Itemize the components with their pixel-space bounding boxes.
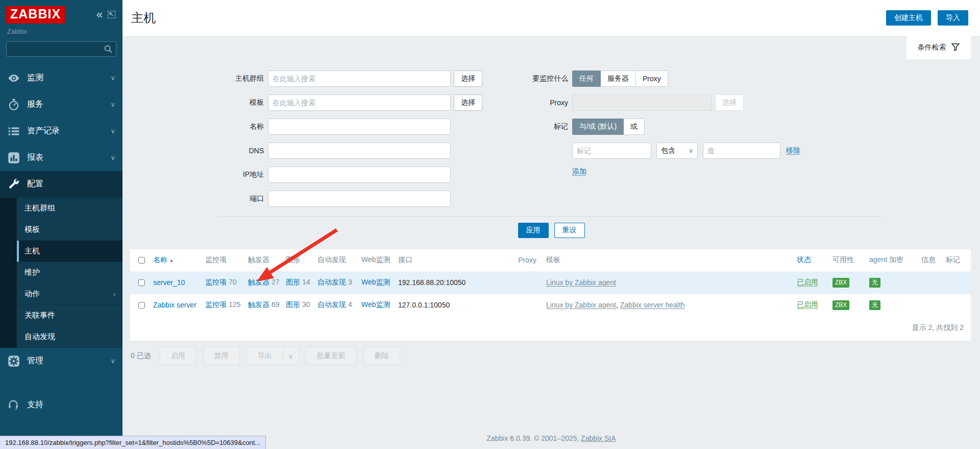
tag-add-link[interactable]: 添加: [572, 167, 586, 176]
tag-value-input[interactable]: [703, 143, 780, 159]
table-summary: 显示 2, 共找到 2: [130, 316, 971, 341]
discovery-count: 4: [348, 300, 352, 309]
select-all-checkbox[interactable]: [138, 257, 145, 264]
mass-update-button[interactable]: 批量更新: [306, 347, 357, 365]
monitored-by-segmented: 任何 服务器 Proxy: [572, 70, 668, 87]
sidebar-item-maintenance[interactable]: 维护: [17, 262, 122, 283]
graphs-link[interactable]: 图形: [286, 300, 300, 309]
sidebar-item-host-groups[interactable]: 主机群组: [17, 198, 122, 219]
tags-mode-or[interactable]: 或: [624, 119, 645, 135]
reset-button[interactable]: 重设: [554, 223, 585, 238]
zabbix-logo[interactable]: ZABBIX: [6, 6, 65, 23]
statusbar-url: 192.168.88.10/zabbix/triggers.php?filter…: [5, 439, 260, 446]
apply-button[interactable]: 应用: [518, 223, 549, 238]
col-graphs: 图形: [283, 249, 315, 271]
sort-asc-icon: ▲: [169, 257, 174, 263]
chevron-right-icon: ›: [113, 290, 115, 298]
triggers-link[interactable]: 触发器: [248, 278, 270, 286]
export-options-button[interactable]: ∨: [283, 347, 299, 365]
sidebar-item-monitoring[interactable]: 监测 ∨: [0, 65, 122, 91]
info-cell: [919, 271, 943, 294]
port-input[interactable]: [268, 191, 451, 207]
headphones-icon: [7, 398, 20, 412]
enable-button[interactable]: 启用: [160, 347, 197, 365]
sidebar-item-services[interactable]: 服务 ∨: [0, 91, 122, 118]
page-title: 主机: [131, 10, 886, 26]
triggers-link[interactable]: 触发器: [248, 300, 270, 309]
table-row-server-10: server_10 监控项70 触发器27 图形14 自动发现3 Web监测 1…: [130, 271, 971, 294]
version-text: Zabbix 6.0.39. © 2001–2025,: [486, 434, 581, 442]
host-name-link[interactable]: server_10: [153, 278, 185, 287]
delete-button[interactable]: 删除: [363, 347, 400, 365]
sidebar-item-support[interactable]: 支持: [0, 394, 122, 416]
template-link[interactable]: Linux by Zabbix agent: [546, 301, 616, 309]
monitored-by-any[interactable]: 任何: [572, 70, 601, 87]
status-toggle[interactable]: 已启用: [797, 278, 818, 286]
monitored-by-proxy[interactable]: Proxy: [636, 70, 668, 87]
dns-label: DNS: [223, 147, 264, 155]
col-tags: 标记: [943, 249, 971, 271]
tags-label: 标记: [525, 122, 568, 131]
search-icon[interactable]: [104, 44, 113, 55]
create-host-button[interactable]: 创建主机: [886, 10, 931, 26]
info-cell: [919, 294, 943, 316]
export-button[interactable]: 导出: [247, 347, 283, 365]
collapse-sidebar-icon[interactable]: «: [96, 11, 103, 18]
tag-remove-link[interactable]: 移除: [786, 146, 800, 155]
name-input[interactable]: [268, 119, 451, 135]
host-name-link[interactable]: Zabbix server: [153, 301, 197, 309]
sidebar-item-hosts[interactable]: 主机: [17, 241, 122, 262]
ip-input[interactable]: [268, 167, 451, 183]
items-link[interactable]: 监控项: [205, 300, 227, 309]
monitored-by-server[interactable]: 服务器: [601, 70, 636, 87]
discovery-link[interactable]: 自动发现: [317, 300, 346, 309]
list-icon: [7, 125, 20, 138]
main-content: 主机 创建主机 导入 条件检索 主机群组 选择 模板: [122, 0, 980, 449]
sidebar-item-templates[interactable]: 模板: [17, 219, 122, 241]
gear-icon: [7, 355, 20, 368]
triggers-count: 27: [272, 278, 280, 286]
sidebar-item-reports[interactable]: 报表 ∨: [0, 145, 122, 171]
sort-by-name[interactable]: 名称: [153, 255, 167, 264]
sort-by-status[interactable]: 状态: [797, 255, 811, 264]
host-groups-select-button[interactable]: 选择: [454, 70, 482, 87]
templates-select-button[interactable]: 选择: [454, 94, 482, 111]
funnel-icon: [951, 42, 960, 53]
tag-name-input[interactable]: [572, 143, 651, 159]
tags-mode-segmented: 与/或 (默认) 或: [572, 119, 645, 135]
import-button[interactable]: 导入: [938, 10, 968, 26]
filter-panel: 条件检索 主机群组 选择 模板 选择 名称: [122, 36, 980, 245]
hide-sidebar-icon[interactable]: [108, 11, 115, 18]
row-checkbox[interactable]: [138, 302, 145, 309]
graphs-count: 30: [302, 300, 310, 309]
disable-button[interactable]: 禁用: [203, 347, 240, 365]
graphs-link[interactable]: 图形: [286, 278, 300, 286]
link-preview-statusbar: 192.168.88.10/zabbix/triggers.php?filter…: [0, 436, 266, 449]
status-toggle[interactable]: 已启用: [797, 300, 818, 309]
col-info: 信息: [919, 249, 943, 271]
bar-chart-icon: [7, 151, 20, 164]
filter-tab[interactable]: 条件检索: [906, 36, 971, 59]
template-link[interactable]: Linux by Zabbix agent: [546, 278, 616, 287]
items-link[interactable]: 监控项: [205, 278, 227, 286]
row-checkbox[interactable]: [138, 279, 145, 286]
sidebar-item-discovery[interactable]: 自动发现: [17, 326, 122, 348]
tags-mode-andor[interactable]: 与/或 (默认): [572, 119, 624, 135]
discovery-link[interactable]: 自动发现: [317, 278, 346, 286]
tag-operator-select[interactable]: 包含 ∨: [656, 143, 698, 159]
sidebar-item-event-correlation[interactable]: 关联事件: [17, 305, 122, 326]
template-link[interactable]: Zabbix server health: [620, 301, 685, 309]
zabbix-sia-link[interactable]: Zabbix SIA: [581, 434, 616, 442]
sidebar-item-configuration[interactable]: 配置: [0, 171, 122, 198]
sidebar-search-input[interactable]: [6, 41, 116, 57]
sidebar-item-inventory[interactable]: 资产记录 ∨: [0, 118, 122, 145]
dns-input[interactable]: [268, 143, 451, 159]
chevron-down-icon: ∨: [110, 74, 115, 82]
templates-input[interactable]: [268, 94, 451, 111]
web-link[interactable]: Web监测: [361, 278, 390, 286]
col-triggers: 触发器: [246, 249, 283, 271]
host-groups-input[interactable]: [268, 70, 451, 87]
sidebar-item-administration[interactable]: 管理 ∨: [0, 348, 122, 374]
web-link[interactable]: Web监测: [361, 300, 390, 309]
sidebar-item-actions[interactable]: 动作 ›: [17, 283, 122, 305]
